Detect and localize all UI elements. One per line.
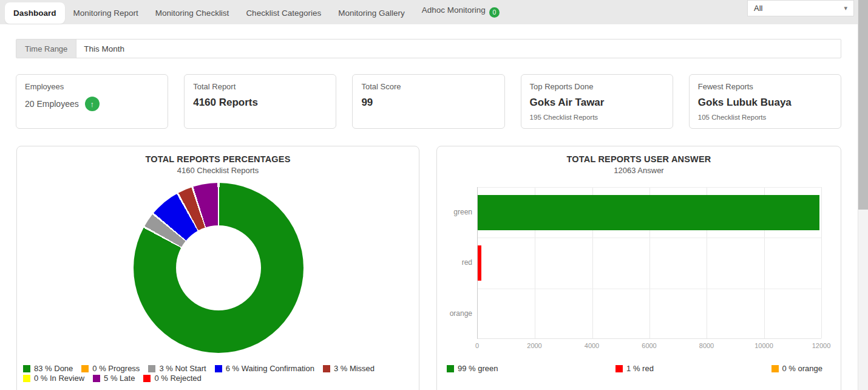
- scrollbar-thumb[interactable]: [858, 0, 868, 210]
- legend-label: 83 % Done: [34, 364, 73, 373]
- top-nav-bar: Dashboard Monitoring Report Monitoring C…: [0, 0, 858, 24]
- card-value: Goks Lubuk Buaya: [698, 97, 832, 109]
- bar-chart-legend: 99 % green1 % red0 % orange: [447, 364, 831, 373]
- legend-item-orange[interactable]: 0 % orange: [771, 364, 823, 373]
- card-label: Fewest Reports: [698, 82, 832, 91]
- legend-item-progress[interactable]: 0 % Progress: [81, 364, 140, 373]
- time-range-label: Time Range: [16, 39, 76, 58]
- gridline: [821, 187, 822, 338]
- y-axis-label-red: red: [437, 238, 472, 288]
- stat-cards-row: Employees 20 Employees ↑ Total Report 41…: [16, 74, 841, 129]
- x-axis-tick: 12000: [812, 342, 831, 349]
- x-axis-tick: 0: [475, 342, 479, 349]
- x-axis-tick: 2000: [527, 342, 541, 349]
- legend-item-late[interactable]: 5 % Late: [93, 374, 135, 383]
- legend-label: 5 % Late: [104, 374, 135, 383]
- bar-chart-title: TOTAL REPORTS USER ANSWER: [437, 154, 841, 164]
- card-total-score: Total Score 99: [352, 74, 504, 129]
- tab-monitoring-report[interactable]: Monitoring Report: [65, 2, 147, 24]
- x-axis-tick: 4000: [585, 342, 599, 349]
- bar-chart-plot[interactable]: [477, 187, 821, 339]
- time-range-filter[interactable]: Time Range This Month: [16, 39, 841, 58]
- legend-label: 3 % Missed: [334, 364, 375, 373]
- filter-dropdown[interactable]: All ▾: [747, 0, 854, 16]
- legend-color-swatch: [215, 365, 222, 372]
- donut-chart-card: TOTAL REPORTS PERCENTAGES 4160 Checklist…: [16, 146, 419, 390]
- legend-item-rejected[interactable]: 0 % Rejected: [143, 374, 201, 383]
- card-top-reports-done: Top Reports Done Goks Air Tawar 195 Chec…: [521, 74, 673, 129]
- x-axis-tick: 10000: [754, 342, 773, 349]
- legend-item-missed[interactable]: 3 % Missed: [323, 364, 375, 373]
- tab-checklist-categories[interactable]: Checklist Categories: [237, 2, 330, 24]
- legend-color-swatch: [23, 365, 30, 372]
- legend-label: 3 % Not Start: [159, 364, 206, 373]
- legend-item-done[interactable]: 83 % Done: [23, 364, 73, 373]
- tab-adhoc-monitoring[interactable]: Adhoc Monitoring0: [413, 0, 508, 21]
- tab-dashboard[interactable]: Dashboard: [5, 2, 65, 24]
- legend-color-swatch: [771, 365, 779, 372]
- card-label: Total Score: [361, 82, 495, 91]
- y-axis-label-orange: orange: [437, 289, 472, 339]
- chevron-down-icon: ▾: [844, 4, 847, 12]
- legend-label: 0 % orange: [782, 364, 823, 373]
- legend-label: 6 % Waiting Confirmation: [226, 364, 314, 373]
- bar-red[interactable]: [478, 245, 481, 281]
- charts-row: TOTAL REPORTS PERCENTAGES 4160 Checklist…: [16, 146, 841, 390]
- vertical-scrollbar[interactable]: [858, 0, 868, 390]
- bar-row: [478, 187, 821, 238]
- card-value: 4160 Reports: [193, 97, 327, 109]
- legend-color-swatch: [447, 365, 454, 372]
- nav-tabs: Dashboard Monitoring Report Monitoring C…: [5, 0, 508, 24]
- card-total-report: Total Report 4160 Reports: [184, 74, 336, 129]
- adhoc-count-badge: 0: [489, 7, 500, 18]
- bar-chart-card: TOTAL REPORTS USER ANSWER 12063 Answer g…: [436, 146, 841, 390]
- tab-adhoc-label: Adhoc Monitoring: [422, 5, 486, 15]
- legend-label: 0 % In Review: [34, 374, 84, 383]
- legend-color-swatch: [81, 365, 89, 372]
- card-value: Goks Air Tawar: [530, 97, 664, 109]
- bar-row: [478, 289, 821, 339]
- legend-color-swatch: [23, 375, 30, 382]
- legend-item-in-review[interactable]: 0 % In Review: [23, 374, 84, 383]
- donut-chart-subtitle: 4160 Checklist Reports: [17, 166, 419, 175]
- y-axis-label-green: green: [437, 187, 472, 238]
- time-range-value: This Month: [76, 39, 132, 58]
- bar-chart-subtitle: 12063 Answer: [437, 166, 841, 175]
- dashboard-page: Dashboard Monitoring Report Monitoring C…: [0, 0, 868, 390]
- legend-color-swatch: [93, 375, 100, 382]
- donut-hole: [176, 225, 261, 310]
- legend-item-green[interactable]: 99 % green: [447, 364, 498, 373]
- card-subtext: 105 Checklist Reports: [698, 114, 832, 121]
- card-subtext: 195 Checklist Reports: [530, 114, 664, 121]
- legend-label: 0 % Progress: [92, 364, 140, 373]
- x-axis-tick: 8000: [699, 342, 714, 349]
- donut-chart[interactable]: [134, 183, 303, 353]
- bar-green[interactable]: [478, 195, 819, 230]
- legend-label: 99 % green: [458, 364, 498, 373]
- legend-label: 0 % Rejected: [154, 374, 201, 383]
- legend-item-not-start[interactable]: 3 % Not Start: [148, 364, 206, 373]
- filter-dropdown-value: All: [754, 4, 762, 13]
- donut-legend: 83 % Done0 % Progress3 % Not Start6 % Wa…: [23, 364, 383, 383]
- legend-item-waiting-confirmation[interactable]: 6 % Waiting Confirmation: [215, 364, 314, 373]
- card-value: 20 Employees: [25, 99, 79, 109]
- up-arrow-icon: ↑: [85, 97, 100, 111]
- tab-monitoring-checklist[interactable]: Monitoring Checklist: [147, 2, 238, 24]
- legend-color-swatch: [148, 365, 155, 372]
- legend-label: 1 % red: [626, 364, 654, 373]
- bar-row: [478, 238, 821, 288]
- card-label: Employees: [25, 82, 159, 91]
- legend-color-swatch: [143, 375, 151, 382]
- donut-chart-title: TOTAL REPORTS PERCENTAGES: [17, 154, 419, 164]
- card-fewest-reports: Fewest Reports Goks Lubuk Buaya 105 Chec…: [689, 74, 841, 129]
- legend-color-swatch: [615, 365, 623, 372]
- legend-item-red[interactable]: 1 % red: [615, 364, 654, 373]
- legend-color-swatch: [323, 365, 330, 372]
- card-label: Top Reports Done: [530, 82, 664, 91]
- card-employees: Employees 20 Employees ↑: [16, 74, 168, 129]
- card-label: Total Report: [193, 82, 327, 91]
- tab-monitoring-gallery[interactable]: Monitoring Gallery: [330, 2, 413, 24]
- x-axis-tick: 6000: [642, 342, 656, 349]
- card-value: 99: [361, 97, 495, 109]
